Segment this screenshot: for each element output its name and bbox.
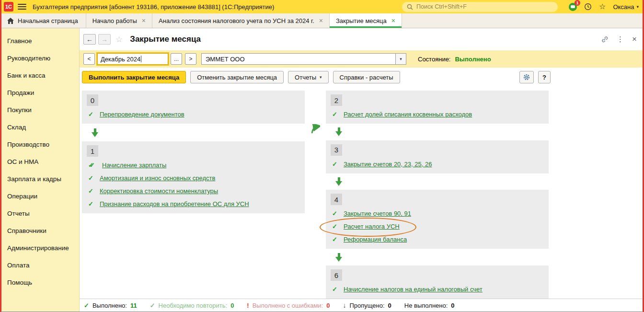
footer-stat-value: 0	[388, 302, 391, 309]
logo-text: 1С	[5, 4, 12, 10]
history-icon[interactable]	[584, 3, 592, 11]
step-operation-link[interactable]: Корректировка стоимости номенклатуры	[100, 187, 218, 195]
step-operation-link[interactable]: Расчет налога УСН	[344, 223, 400, 230]
step-operation-link[interactable]: Признание расходов на приобретение ОС дл…	[100, 200, 249, 208]
footer-stat-value: 0	[451, 302, 454, 309]
tab-close-icon[interactable]: ×	[319, 17, 323, 24]
back-button[interactable]: ←	[83, 34, 96, 45]
user-menu[interactable]: Оксана ▾	[613, 3, 639, 11]
cancel-month-closing-button[interactable]: Отменить закрытие месяца	[190, 71, 284, 83]
search-icon	[407, 4, 413, 10]
sidebar-item[interactable]: Производство	[1, 136, 79, 153]
discussions-icon[interactable]: 1	[569, 3, 577, 11]
more-menu-icon[interactable]: ⋮	[617, 35, 624, 44]
down-arrow-icon	[335, 127, 343, 136]
forward-button[interactable]: →	[98, 34, 111, 45]
footer-stat-value: 11	[130, 302, 137, 309]
step-block: 4✓Закрытие счетов 90, 91✓Расчет налога У…	[326, 190, 549, 249]
organization-select[interactable]: ЭММЕТ ООО ▾	[201, 53, 406, 65]
document-tab[interactable]: Закрытие месяца×	[330, 13, 402, 28]
step-block: 6✓Начисление налогов на единый налоговый…	[326, 266, 549, 299]
gear-icon	[523, 73, 530, 81]
get-link-icon[interactable]	[601, 35, 609, 43]
global-search-input[interactable]: Поиск Ctrl+Shift+F	[402, 2, 558, 12]
help-button[interactable]: ?	[538, 71, 551, 83]
step-item: ✓✓Начисление зарплаты	[82, 159, 305, 172]
step-operation-link[interactable]: Расчет долей списания косвенных расходов	[344, 111, 472, 118]
step-operation-link[interactable]: Начисление налогов на единый налоговый с…	[344, 286, 483, 293]
step-item: ✓Амортизация и износ основных средств	[82, 172, 305, 185]
results-footer: ✓Выполнено:11✓Необходимо повторить:0!Вып…	[80, 299, 643, 312]
app-title: Бухгалтерия предприятия [абонент 193186,…	[33, 3, 274, 11]
sidebar-item[interactable]: Продажи	[1, 84, 79, 101]
sidebar-item[interactable]: Помощь	[1, 274, 79, 291]
tab-close-icon[interactable]: ×	[391, 17, 395, 24]
period-picker-button[interactable]: ...	[171, 53, 182, 65]
sidebar-item[interactable]: Зарплата и кадры	[1, 170, 79, 187]
close-form-icon[interactable]: ×	[632, 35, 637, 44]
home-icon	[7, 18, 14, 24]
flow-arrow-row	[326, 173, 549, 190]
sidebar-item[interactable]: Склад	[1, 118, 79, 136]
document-tab[interactable]: Начало работы×	[86, 13, 152, 28]
step-item: ✓Перепроведение документов	[82, 108, 305, 121]
status-area: Состояние: Выполнено	[418, 56, 491, 63]
user-name: Оксана	[613, 3, 634, 11]
main-area: ГлавноеРуководителюБанк и кассаПродажиПо…	[1, 28, 643, 312]
check-icon: ✓	[332, 286, 339, 293]
favorites-star-icon[interactable]: ☆	[599, 3, 606, 11]
period-band: < Декабрь 2024 ... > ЭММЕТ ООО ▾ Состоян…	[80, 50, 643, 68]
step-operation-link[interactable]: Амортизация и износ основных средств	[100, 174, 215, 182]
down-arrow-icon	[335, 253, 343, 262]
footer-stat: ✓Необходимо повторить:0	[150, 302, 234, 309]
settings-gear-button[interactable]	[519, 71, 534, 83]
down-arrow-icon	[91, 128, 99, 137]
step-operation-link[interactable]: Перепроведение документов	[100, 111, 184, 118]
organization-dropdown-icon[interactable]: ▾	[395, 54, 406, 64]
sidebar-item[interactable]: Руководителю	[1, 49, 79, 67]
done-check-icon: ✓	[84, 302, 89, 309]
certificates-button[interactable]: Справки - расчеты	[333, 71, 400, 83]
sidebar-item[interactable]: ОС и НМА	[1, 153, 79, 170]
sidebar-item[interactable]: Справочники	[1, 222, 79, 239]
previous-period-button[interactable]: <	[83, 53, 95, 65]
reports-dropdown-button[interactable]: Отчеты ▾	[288, 71, 328, 83]
sidebar-item[interactable]: Банк и касса	[1, 67, 79, 84]
steps-column-left: 0✓Перепроведение документов1✓✓Начисление…	[82, 91, 305, 299]
topbar: 1С Бухгалтерия предприятия [абонент 1931…	[1, 0, 643, 13]
step-item: ✓Корректировка стоимости номенклатуры	[82, 185, 305, 197]
page-title: Закрытие месяца	[130, 35, 201, 44]
step-operation-link[interactable]: Начисление зарплаты	[102, 162, 166, 169]
error-exclamation-icon: !	[247, 302, 249, 309]
sidebar-item[interactable]: Отчеты	[1, 205, 79, 222]
sidebar-item[interactable]: Администрирование	[1, 239, 79, 256]
step-operation-link[interactable]: Реформация баланса	[344, 236, 407, 243]
next-period-button[interactable]: >	[185, 53, 196, 65]
down-arrow-icon	[335, 177, 343, 186]
document-tab[interactable]: Анализ состояния налогового учета по УСН…	[152, 13, 330, 28]
page-header: ← → ☆ Закрытие месяца ⋮ ×	[80, 28, 643, 50]
sidebar-item[interactable]: Главное	[1, 32, 79, 49]
check-icon: ✓	[332, 161, 339, 168]
sidebar-item[interactable]: Оплата	[1, 256, 79, 274]
skipped-arrow-icon: ↓	[343, 301, 346, 309]
step-operation-link[interactable]: Закрытие счетов 90, 91	[344, 210, 411, 217]
step-operation-link[interactable]: Закрытие счетов 20, 23, 25, 26	[344, 161, 432, 168]
footer-stat: ✓Выполнено:11	[84, 302, 137, 309]
sidebar-item[interactable]: Покупки	[1, 101, 79, 118]
run-month-closing-button[interactable]: Выполнить закрытие месяца	[82, 71, 186, 83]
sidebar-item[interactable]: Операции	[1, 187, 79, 205]
tab-label: Закрытие месяца	[336, 17, 387, 24]
tab-home-label: Начальная страница	[18, 17, 78, 24]
check-icon: ✓	[88, 174, 95, 182]
tabbar: Начальная страница Начало работы×Анализ …	[1, 13, 643, 28]
step-block-number: 1	[87, 145, 98, 157]
status-value: Выполнено	[455, 56, 491, 63]
period-input[interactable]: Декабрь 2024	[97, 53, 168, 65]
main-menu-icon[interactable]	[18, 4, 26, 10]
step-block: 2✓Расчет долей списания косвенных расход…	[326, 91, 549, 124]
tab-home[interactable]: Начальная страница	[1, 13, 86, 28]
step-item-highlighted: ✓Расчет налога УСН	[326, 220, 549, 233]
tab-close-icon[interactable]: ×	[142, 17, 146, 24]
favorite-star-icon[interactable]: ☆	[115, 35, 123, 45]
